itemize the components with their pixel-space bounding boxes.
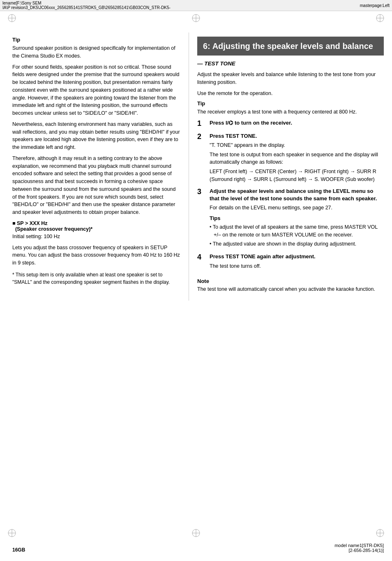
top-left-mark <box>7 14 16 23</box>
tip-bullet-2: The adjusted value are shown in the disp… <box>210 240 384 248</box>
step-1-title: Press I/⌬ to turn on the receiver. <box>210 119 384 127</box>
tips-label: Tips <box>210 214 384 223</box>
step-2-content: Press TEST TONE. "T. TONE" appears in th… <box>210 132 384 183</box>
top-bar: lename[F:\Sony SEM IA\P revision3_DK5\JC… <box>0 0 392 11</box>
sp-section: ■ SP > XXX Hz (Speaker crossover frequen… <box>12 220 180 267</box>
left-tip-para-1: Surround speaker position is designed sp… <box>12 44 180 60</box>
intro-para-2: Use the remote for the operation. <box>197 90 384 97</box>
footnote: * This setup item is only available when… <box>12 271 180 286</box>
step-3-title: Adjust the speaker levels and balance us… <box>210 188 384 202</box>
model-line1: model name1[STR-DK5] <box>334 543 384 548</box>
crosshair-icon-tr <box>376 14 385 23</box>
sp-header: ■ SP > XXX Hz (Speaker crossover frequen… <box>12 220 180 232</box>
step-1-number: 1 <box>197 119 207 128</box>
model-line2: [2-656-285-14(1)] <box>334 548 384 553</box>
step-1: 1 Press I/⌬ to turn on the receiver. <box>197 119 384 128</box>
top-bar-left: lename[F:\Sony SEM IA\P revision3_DK5\JC… <box>2 1 171 10</box>
crosshair-icon-bc <box>191 529 201 538</box>
bottom-right-mark <box>376 529 385 539</box>
top-bar-right: masterpage:Left <box>360 3 390 8</box>
step-1-content: Press I/⌬ to turn on the receiver. <box>210 119 384 127</box>
right-column: 6: Adjusting the speaker levels and bala… <box>189 32 392 301</box>
crosshair-icon-tc <box>191 14 201 23</box>
crosshair-icon-tl <box>7 14 16 23</box>
step-2-number: 2 <box>197 132 207 141</box>
section-header: 6: Adjusting the speaker levels and bala… <box>197 37 384 56</box>
sp-body: Lets you adjust the bass crossover frequ… <box>12 244 180 267</box>
step-3: 3 Adjust the speaker levels and balance … <box>197 188 384 249</box>
note-body: The test tone will automatically cancel … <box>197 285 384 293</box>
page-footer: 16GB <box>12 547 25 553</box>
right-tip-body: The receiver employs a test tone with a … <box>197 108 384 116</box>
corner-marks-top <box>0 12 392 24</box>
bottom-left-mark <box>7 529 16 539</box>
left-column: Tip Surround speaker position is designe… <box>0 32 189 301</box>
right-tip-label: Tip <box>197 100 384 107</box>
step-4: 4 Press TEST TONE again after adjustment… <box>197 253 384 270</box>
dash-prefix: — <box>197 60 204 67</box>
intro-para-1: Adjust the speaker levels and balance wh… <box>197 71 384 86</box>
step-2-title: Press TEST TONE. <box>210 132 384 140</box>
top-right-mark <box>376 14 385 23</box>
step-3-content: Adjust the speaker levels and balance us… <box>210 188 384 249</box>
section-title: Adjusting the speaker levels and balance <box>212 42 373 51</box>
section-number: 6: <box>203 42 210 51</box>
step-3-body: For details on the LEVEL menu settings, … <box>210 204 384 248</box>
step-2: 2 Press TEST TONE. "T. TONE" appears in … <box>197 132 384 183</box>
crosshair-icon-br <box>376 529 385 538</box>
left-tip-para-2: For other sound fields, speaker position… <box>12 63 180 117</box>
note-section: Note The test tone will automatically ca… <box>197 278 384 293</box>
left-tip-label: Tip <box>12 37 180 43</box>
step-3-number: 3 <box>197 188 207 197</box>
step-4-number: 4 <box>197 253 207 262</box>
crosshair-icon-bl <box>7 529 16 538</box>
sp-initial: Initial setting: 100 Hz <box>12 233 180 241</box>
top-center-mark <box>191 14 201 23</box>
note-label: Note <box>197 278 384 284</box>
corner-marks-bottom <box>0 527 392 540</box>
left-tip-para-4: Therefore, although it may result in a s… <box>12 155 180 216</box>
step-4-body: The test tone turns off. <box>210 262 384 270</box>
subtitle-text: TEST TONE <box>204 60 235 67</box>
step-4-content: Press TEST TONE again after adjustment. … <box>210 253 384 270</box>
page-content: Tip Surround speaker position is designe… <box>0 24 392 309</box>
page-number: 16GB <box>12 547 25 553</box>
bottom-center-mark <box>191 529 201 539</box>
tip-bullet-1: To adjust the level of all speakers at t… <box>210 223 384 239</box>
step-4-title: Press TEST TONE again after adjustment. <box>210 253 384 260</box>
footer-right: model name1[STR-DK5] [2-656-285-14(1)] <box>334 543 384 553</box>
left-tip-para-3: Nevertheless, each listening environment… <box>12 121 180 151</box>
step-2-body: "T. TONE" appears in the display. The te… <box>210 141 384 183</box>
subtitle: — TEST TONE <box>197 60 384 67</box>
